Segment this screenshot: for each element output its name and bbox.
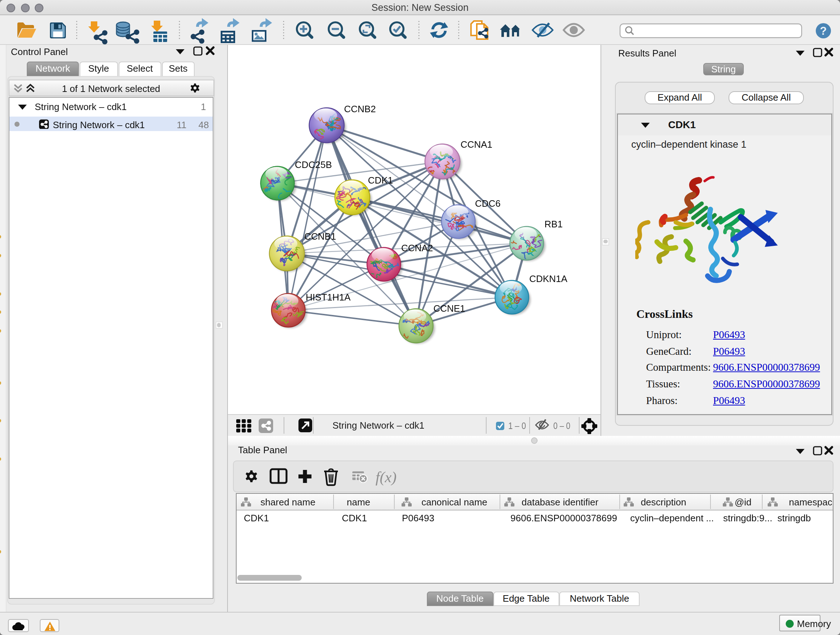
svg-text:CCNA1: CCNA1 <box>460 139 492 150</box>
svg-text:RB1: RB1 <box>544 219 562 230</box>
svg-text:0 – 0: 0 – 0 <box>553 421 570 432</box>
svg-text:HIST1H1A: HIST1H1A <box>305 292 351 302</box>
svg-text:?: ? <box>820 25 827 37</box>
svg-text:CCNB2: CCNB2 <box>344 103 376 114</box>
svg-text:namespace: namespace <box>789 497 833 508</box>
svg-text:String Network – cdk1: String Network – cdk1 <box>332 420 424 431</box>
svg-text:f(x): f(x) <box>375 469 396 486</box>
svg-text:name: name <box>347 497 370 508</box>
svg-text:CDC6: CDC6 <box>475 198 500 209</box>
svg-text:CCNA2: CCNA2 <box>401 242 433 253</box>
svg-text:description: description <box>641 497 686 508</box>
svg-text:CCNB1: CCNB1 <box>304 231 336 242</box>
svg-text:CDKN1A: CDKN1A <box>529 273 567 284</box>
svg-text:CDK1: CDK1 <box>368 175 393 186</box>
svg-text:1 – 0: 1 – 0 <box>508 421 526 432</box>
svg-text:@id: @id <box>735 497 752 508</box>
svg-text:canonical name: canonical name <box>422 497 487 508</box>
svg-text:database identifier: database identifier <box>522 497 599 508</box>
svg-text:CCNE1: CCNE1 <box>433 303 465 314</box>
svg-text:shared name: shared name <box>261 497 316 508</box>
svg-text:CDC25B: CDC25B <box>294 159 332 170</box>
